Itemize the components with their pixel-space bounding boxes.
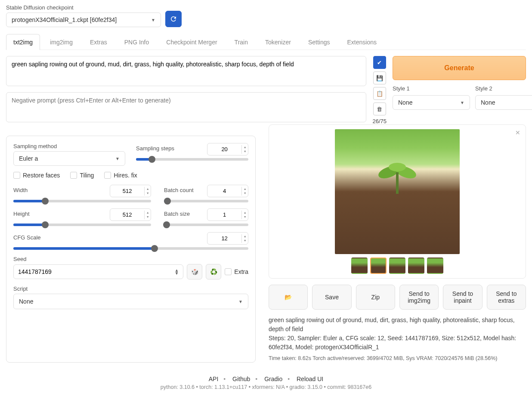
save-prompt-button[interactable]: 💾 xyxy=(373,71,386,84)
tab-tokenizer[interactable]: Tokenizer xyxy=(258,34,298,50)
batch-count-label: Batch count xyxy=(164,187,194,193)
checkpoint-select[interactable]: protogenX34OfficialR_1.ckpt [60fe2f34] ▼ xyxy=(6,12,161,27)
svg-rect-3 xyxy=(396,172,399,194)
interrogate-button[interactable]: ✔ xyxy=(373,56,386,69)
footer-versions: python: 3.10.6 • torch: 1.13.1+cu117 • x… xyxy=(6,384,526,390)
hires-fix-checkbox[interactable]: Hires. fix xyxy=(104,172,137,179)
thumbnail-1[interactable] xyxy=(370,258,387,274)
sampling-method-label: Sampling method xyxy=(13,143,126,149)
clear-prompt-button[interactable]: 🗑 xyxy=(373,102,386,115)
footer-api-link[interactable]: API xyxy=(209,376,219,382)
sampling-method-select[interactable]: Euler a▼ xyxy=(13,151,125,166)
refresh-checkpoints-button[interactable] xyxy=(165,11,182,27)
sapling-illustration xyxy=(371,159,423,194)
script-select[interactable]: None▼ xyxy=(13,294,248,309)
folder-icon: 📂 xyxy=(285,294,292,301)
trash-icon: 🗑 xyxy=(377,106,382,112)
height-label: Height xyxy=(13,211,30,217)
info-timing: Time taken: 8.62s Torch active/reserved:… xyxy=(269,354,526,363)
batch-size-input[interactable]: ▲▼ xyxy=(207,208,248,221)
height-input[interactable]: ▲▼ xyxy=(110,208,151,221)
batch-count-input[interactable]: ▲▼ xyxy=(207,185,248,197)
tab-train[interactable]: Train xyxy=(227,34,255,50)
send-to-extras-button[interactable]: Send to extras xyxy=(487,285,526,310)
cfg-scale-label: CFG Scale xyxy=(13,234,41,241)
seed-label: Seed xyxy=(13,256,248,262)
style2-select[interactable]: None▼ xyxy=(475,95,532,110)
reuse-seed-button[interactable]: ♻️ xyxy=(206,264,221,279)
save-button[interactable]: Save xyxy=(312,285,351,310)
paste-button[interactable]: 📋 xyxy=(373,87,386,100)
footer-reload-link[interactable]: Reload UI xyxy=(297,376,323,382)
svg-point-2 xyxy=(389,163,406,171)
sampling-steps-slider[interactable] xyxy=(136,158,248,161)
tab-checkpoint-merger[interactable]: Checkpoint Merger xyxy=(159,34,224,50)
close-gallery-button[interactable]: ✕ xyxy=(515,129,520,136)
batch-size-label: Batch size xyxy=(164,211,190,217)
width-label: Width xyxy=(13,187,28,193)
thumbnail-0[interactable] xyxy=(351,258,368,274)
tab-txt2img[interactable]: txt2img xyxy=(6,34,40,50)
chevron-down-icon: ▼ xyxy=(460,100,464,105)
token-counter: 26/75 xyxy=(372,118,387,124)
cfg-scale-slider[interactable] xyxy=(13,247,248,250)
width-slider[interactable] xyxy=(13,200,151,202)
chevron-down-icon: ▼ xyxy=(151,18,155,22)
script-label: Script xyxy=(13,286,248,292)
zip-button[interactable]: Zip xyxy=(356,285,395,310)
tiling-checkbox[interactable]: Tiling xyxy=(70,172,94,179)
height-slider[interactable] xyxy=(13,224,151,226)
batch-size-slider[interactable] xyxy=(164,224,248,226)
style2-label: Style 2 xyxy=(475,85,532,92)
style1-label: Style 1 xyxy=(393,85,470,92)
info-prompt: green sapling rowing out of ground, mud,… xyxy=(269,316,526,334)
width-input[interactable]: ▲▼ xyxy=(110,185,151,197)
tab-extensions[interactable]: Extensions xyxy=(340,34,384,50)
check-icon: ✔ xyxy=(377,59,382,66)
footer: API• Github• Gradio• Reload UI python: 3… xyxy=(6,376,526,390)
output-gallery: ✕ xyxy=(269,124,526,279)
cfg-scale-input[interactable]: ▲▼ xyxy=(207,232,248,245)
tab-extras[interactable]: Extras xyxy=(83,34,114,50)
sampling-steps-input[interactable]: ▲▼ xyxy=(207,143,248,155)
sampling-steps-label: Sampling steps xyxy=(136,145,174,152)
tab-settings[interactable]: Settings xyxy=(301,34,337,50)
random-seed-button[interactable]: 🎲 xyxy=(187,264,202,279)
footer-gradio-link[interactable]: Gradio xyxy=(264,376,282,382)
main-tabs: txt2img img2img Extras PNG Info Checkpoi… xyxy=(6,34,526,50)
footer-github-link[interactable]: Github xyxy=(232,376,250,382)
generate-button[interactable]: Generate xyxy=(393,56,526,80)
output-image[interactable] xyxy=(335,129,460,254)
negative-prompt-input[interactable] xyxy=(6,92,366,122)
checkpoint-value: protogenX34OfficialR_1.ckpt [60fe2f34] xyxy=(12,16,117,23)
chevron-down-icon: ▼ xyxy=(115,156,120,161)
refresh-icon xyxy=(170,15,177,23)
thumbnail-3[interactable] xyxy=(408,258,424,274)
close-icon: ✕ xyxy=(515,129,520,136)
save-icon: 💾 xyxy=(376,75,383,81)
clipboard-icon: 📋 xyxy=(376,90,383,97)
checkpoint-label: Stable Diffusion checkpoint xyxy=(6,4,161,11)
tab-pnginfo[interactable]: PNG Info xyxy=(117,34,157,50)
prompt-input[interactable]: green sapling rowing out of ground, mud,… xyxy=(6,56,366,86)
thumbnail-4[interactable] xyxy=(427,258,443,274)
info-params: Steps: 20, Sampler: Euler a, CFG scale: … xyxy=(269,334,526,352)
seed-input[interactable]: ▲▼ xyxy=(13,264,183,279)
chevron-down-icon: ▼ xyxy=(238,299,243,304)
batch-count-slider[interactable] xyxy=(164,200,248,202)
send-to-img2img-button[interactable]: Send to img2img xyxy=(399,285,439,310)
style1-select[interactable]: None▼ xyxy=(393,95,470,110)
dice-icon: 🎲 xyxy=(191,268,198,275)
generation-info: green sapling rowing out of ground, mud,… xyxy=(269,316,526,363)
restore-faces-checkbox[interactable]: Restore faces xyxy=(13,172,60,179)
open-folder-button[interactable]: 📂 xyxy=(269,285,308,310)
parameters-panel: Sampling method Euler a▼ Sampling steps … xyxy=(6,136,256,363)
send-to-inpaint-button[interactable]: Send to inpaint xyxy=(443,285,482,310)
recycle-icon: ♻️ xyxy=(210,268,217,275)
extra-seed-checkbox[interactable]: Extra xyxy=(225,268,248,275)
tab-img2img[interactable]: img2img xyxy=(43,34,80,50)
thumbnail-2[interactable] xyxy=(389,258,405,274)
